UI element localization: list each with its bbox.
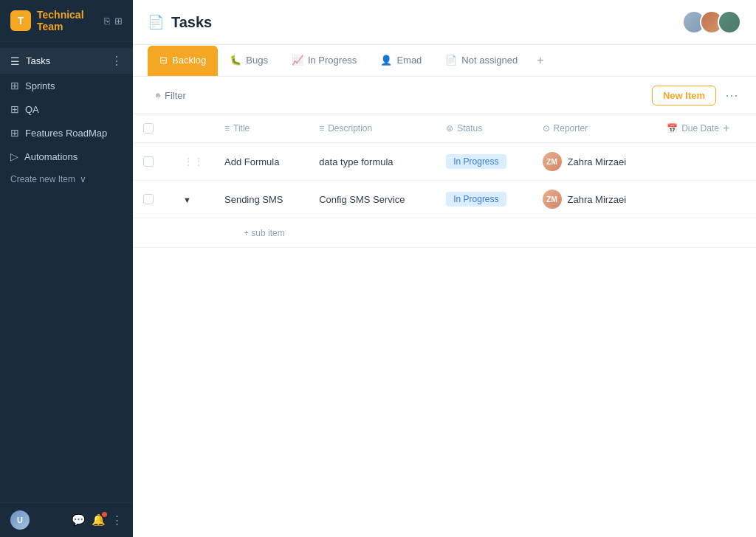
expand-icon[interactable]: ▼ — [183, 195, 191, 204]
tab-label: Emad — [396, 55, 422, 66]
row-checkbox[interactable] — [143, 194, 154, 204]
row-duedate-cell — [656, 181, 756, 218]
sidebar-item-automations[interactable]: ▷ Automations — [0, 145, 133, 168]
sidebar-item-tasks[interactable]: ☰ Tasks ⋮ — [0, 48, 133, 74]
tab-bugs[interactable]: 🐛 Bugs — [218, 46, 280, 76]
roadmap-icon: ⊞ — [10, 127, 19, 139]
status-badge[interactable]: In Progress — [446, 192, 506, 207]
row-description: data type formula — [319, 156, 393, 167]
reporter-col-icon: ⊙ — [543, 123, 550, 134]
sub-checkbox-cell — [133, 218, 173, 248]
reporter-cell: ZM Zahra Mirzaei — [543, 152, 647, 171]
add-column-button[interactable]: + — [723, 122, 729, 135]
reporter-name: Zahra Mirzaei — [568, 156, 626, 167]
tab-label: Backlog — [172, 55, 206, 66]
sidebar: T Technical Team ⎘ ⊞ ☰ Tasks ⋮ ⊞ Sprints… — [0, 0, 133, 537]
sidebar-item-sprints[interactable]: ⊞ Sprints — [0, 74, 133, 97]
sidebar-header: T Technical Team ⎘ ⊞ — [0, 0, 133, 42]
emad-icon: 👤 — [380, 55, 392, 66]
row-title-cell: Sending SMS — [214, 181, 309, 218]
sidebar-item-features-roadmap[interactable]: ⊞ Features RoadMap — [0, 121, 133, 145]
more-options-icon[interactable]: ⋮ — [111, 513, 123, 527]
tasks-menu-icon[interactable]: ⋮ — [111, 54, 123, 68]
create-new-item[interactable]: Create new Item ∨ — [0, 168, 133, 190]
title-row: 📄 Tasks — [148, 14, 212, 31]
sub-item-cell: + sub item — [214, 218, 756, 248]
tab-label: In Progress — [308, 55, 357, 66]
th-drag — [173, 114, 214, 143]
in-progress-icon: 📈 — [292, 55, 303, 66]
table-body: ⋮⋮ Add Formula data type formula In Prog… — [133, 143, 756, 248]
reporter-avatar: ZM — [543, 152, 562, 171]
row-reporter-cell: ZM Zahra Mirzaei — [532, 181, 657, 218]
toolbar: ⧝ Filter New Item ⋯ — [133, 77, 756, 114]
tab-emad[interactable]: 👤 Emad — [368, 46, 433, 76]
automations-icon: ▷ — [10, 150, 18, 162]
status-badge[interactable]: In Progress — [446, 154, 506, 169]
title-col-icon: ≡ — [224, 123, 230, 134]
sprints-icon: ⊞ — [10, 80, 19, 91]
sidebar-item-label: Tasks — [26, 55, 105, 66]
row-status-cell: In Progress — [436, 181, 532, 218]
row-title[interactable]: Add Formula — [224, 156, 279, 167]
sidebar-header-icons: ⎘ ⊞ — [104, 15, 123, 27]
table-row: ▼ Sending SMS Config SMS Service In Prog… — [133, 181, 756, 218]
chat-icon[interactable]: 💬 — [72, 513, 86, 527]
add-sub-item-button[interactable]: + sub item — [244, 228, 285, 238]
row-checkbox[interactable] — [143, 156, 154, 167]
main-content: 📄 Tasks ⊟ Backlog 🐛 Bugs 📈 In Progress 👤… — [133, 0, 756, 537]
page-icon: 📄 — [148, 14, 164, 30]
header-avatars — [682, 10, 741, 34]
filter-label: Filter — [165, 90, 186, 101]
chevron-down-icon: ∨ — [80, 174, 86, 184]
notifications-icon[interactable]: 🔔 — [92, 513, 106, 527]
tab-not-assigned[interactable]: 📄 Not assigned — [433, 46, 529, 76]
th-reporter-label: Reporter — [554, 123, 588, 134]
create-new-item-label: Create new Item — [10, 174, 75, 184]
footer-icons: 💬 🔔 ⋮ — [72, 513, 123, 527]
select-all-checkbox[interactable] — [143, 123, 154, 134]
sidebar-item-label: QA — [25, 104, 123, 115]
add-tab-button[interactable]: + — [529, 45, 551, 76]
reporter-cell: ZM Zahra Mirzaei — [543, 190, 647, 209]
row-drag-cell: ▼ — [173, 181, 214, 218]
th-title: ≡ Title — [214, 114, 309, 143]
copy-icon[interactable]: ⎘ — [104, 15, 110, 27]
reporter-name: Zahra Mirzaei — [568, 194, 626, 205]
th-status: ⊜ Status — [436, 114, 532, 143]
th-reporter: ⊙ Reporter — [532, 114, 657, 143]
sidebar-footer: U 💬 🔔 ⋮ — [0, 502, 133, 537]
row-title[interactable]: Sending SMS — [224, 194, 284, 205]
row-description: Config SMS Service — [319, 194, 405, 205]
user-avatar[interactable]: U — [10, 510, 30, 530]
sidebar-item-label: Features RoadMap — [25, 128, 123, 139]
sidebar-nav: ☰ Tasks ⋮ ⊞ Sprints ⊞ QA ⊞ Features Road… — [0, 42, 133, 502]
row-description-cell: data type formula — [309, 143, 436, 181]
tab-backlog[interactable]: ⊟ Backlog — [148, 46, 218, 76]
sidebar-item-qa[interactable]: ⊞ QA — [0, 97, 133, 121]
row-reporter-cell: ZM Zahra Mirzaei — [532, 143, 657, 181]
sub-drag-cell — [173, 218, 214, 248]
th-description: ≡ Description — [309, 114, 436, 143]
grid-icon[interactable]: ⊞ — [114, 15, 123, 27]
tab-label: Not assigned — [461, 55, 518, 66]
row-duedate-cell — [656, 143, 756, 181]
header-avatar-3[interactable] — [718, 10, 741, 34]
tab-label: Bugs — [246, 55, 268, 66]
main-header: 📄 Tasks — [133, 0, 756, 45]
toolbar-more-icon[interactable]: ⋯ — [722, 84, 741, 106]
desc-col-icon: ≡ — [319, 123, 324, 134]
tab-in-progress[interactable]: 📈 In Progress — [280, 46, 368, 76]
th-desc-label: Description — [328, 123, 372, 134]
sidebar-logo: T — [10, 10, 31, 31]
th-due-date: 📅 Due Date + — [656, 114, 756, 143]
toolbar-right: New Item ⋯ — [652, 84, 741, 106]
page-title: Tasks — [171, 14, 212, 31]
sub-item-row: + sub item — [133, 218, 756, 248]
filter-button[interactable]: ⧝ Filter — [148, 86, 193, 105]
tasks-icon: ☰ — [10, 55, 20, 67]
new-item-button[interactable]: New Item — [652, 86, 716, 105]
drag-icon: ⋮⋮ — [183, 156, 204, 167]
row-title-cell: Add Formula — [214, 143, 309, 181]
sidebar-item-label: Sprints — [25, 80, 123, 91]
